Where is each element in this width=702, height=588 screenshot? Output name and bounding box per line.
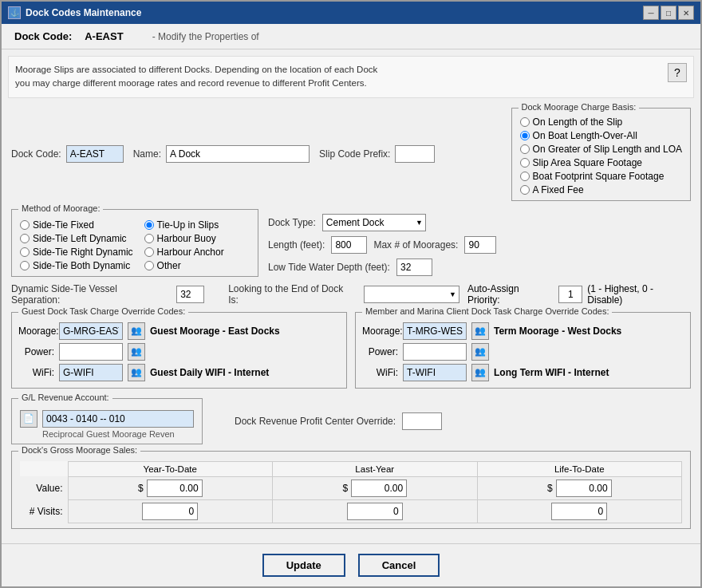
info-icon[interactable]: ?: [668, 63, 687, 82]
moorage-col2: Tie-Up in Slips Harbour Buoy Harbour Anc…: [144, 219, 224, 271]
dock-code-input[interactable]: [66, 145, 124, 163]
title-bar: ⚓ Dock Codes Maintenance ─ □ ✕: [2, 2, 700, 24]
dock-type-select[interactable]: Cement Dock Wood Dock Floating Dock: [322, 214, 426, 231]
dynamic-row: Dynamic Side-Tie Vessel Separation: Look…: [11, 283, 691, 306]
guest-moorage-lookup[interactable]: 👥: [128, 322, 145, 340]
radio-side-left[interactable]: [20, 234, 30, 243]
moorage-col1: Side-Tie Fixed Side-Tie Left Dynamic Sid…: [20, 219, 133, 271]
sales-empty-header: [20, 461, 68, 476]
dynamic-sep-input[interactable]: [176, 286, 204, 303]
update-button[interactable]: Update: [262, 554, 345, 577]
charge-radio-fixed[interactable]: [520, 185, 530, 195]
dollar-sign-ytd: $: [138, 483, 144, 494]
member-wifi-lookup[interactable]: 👥: [471, 364, 489, 381]
charge-option-greater[interactable]: On Greater of Slip Length and LOA: [520, 144, 682, 155]
charge-option-fixed[interactable]: A Fixed Fee: [520, 184, 682, 195]
radio-harbour-anchor[interactable]: [144, 247, 154, 257]
gl-lookup[interactable]: 📄: [20, 410, 37, 428]
member-moorage-code[interactable]: [403, 322, 467, 340]
looking-wrapper: North South East West: [364, 286, 459, 303]
moorage-side-both[interactable]: Side-Tie Both Dynamic: [20, 260, 133, 271]
sales-value-ytd: $: [68, 476, 273, 499]
moorage-side-fixed[interactable]: Side-Tie Fixed: [20, 219, 133, 231]
dynamic-sep-label: Dynamic Side-Tie Vessel Separation:: [11, 283, 168, 306]
auto-assign-input[interactable]: [558, 286, 582, 303]
radio-tie-up[interactable]: [144, 220, 154, 230]
main-window: ⚓ Dock Codes Maintenance ─ □ ✕ Dock Code…: [0, 0, 702, 588]
profit-center-input[interactable]: [402, 412, 442, 430]
title-controls: ─ □ ✕: [643, 6, 694, 20]
charge-radio-greater[interactable]: [520, 144, 530, 154]
name-label: Name:: [133, 148, 161, 160]
gl-input[interactable]: [42, 410, 194, 428]
name-input[interactable]: [166, 145, 310, 163]
dollar-sign-ltd: $: [547, 483, 553, 494]
member-wifi-code[interactable]: [403, 364, 467, 381]
charge-radio-boat-loa[interactable]: [520, 131, 530, 140]
charge-option-boat-loa[interactable]: On Boat Length-Over-All: [520, 130, 682, 141]
sales-ytd-input[interactable]: [147, 479, 203, 497]
charge-option-length[interactable]: On Length of the Slip: [520, 116, 682, 128]
visits-ytd-input[interactable]: [142, 503, 198, 520]
member-power-lookup[interactable]: 👥: [471, 343, 489, 361]
moorage-tie-up[interactable]: Tie-Up in Slips: [144, 219, 224, 231]
slip-prefix-input[interactable]: [395, 145, 435, 163]
radio-other[interactable]: [144, 261, 154, 270]
visits-ly-input[interactable]: [347, 503, 403, 520]
radio-harbour-buoy[interactable]: [144, 234, 154, 243]
cancel-button[interactable]: Cancel: [358, 554, 440, 577]
dock-code-label: Dock Code:: [11, 148, 61, 160]
sales-value-ly: $: [273, 476, 478, 499]
low-tide-label: Low Tide Water Depth (feet):: [268, 262, 390, 273]
charge-option-slip-area[interactable]: Slip Area Square Footage: [520, 157, 682, 168]
member-moorage-lookup[interactable]: 👥: [471, 322, 489, 340]
charge-basis-label: Dock Moorage Charge Basis:: [519, 102, 640, 112]
moorage-side-left[interactable]: Side-Tie Left Dynamic: [20, 233, 133, 244]
profit-center-field: Dock Revenue Profit Center Override:: [235, 412, 442, 430]
radio-side-right[interactable]: [20, 247, 30, 257]
guest-wifi-code[interactable]: [59, 364, 123, 381]
length-label: Length (feet):: [268, 239, 325, 251]
moorage-method-box: Method of Moorage: Side-Tie Fixed Side-T…: [11, 209, 258, 277]
guest-power-label: Power:: [18, 346, 54, 357]
radio-side-fixed[interactable]: [20, 220, 30, 230]
guest-power-row: Power: 👥: [18, 343, 340, 361]
charge-option-boat-footprint[interactable]: Boat Footprint Square Footage: [520, 171, 682, 182]
guest-moorage-code[interactable]: [59, 322, 123, 340]
sales-ltd-input[interactable]: [556, 479, 612, 497]
length-input[interactable]: [331, 236, 367, 254]
gl-input-row: 📄: [20, 410, 194, 428]
sales-col-ytd: Year-To-Date: [68, 461, 273, 476]
moorage-harbour-buoy[interactable]: Harbour Buoy: [144, 233, 224, 244]
max-moorages-input[interactable]: [464, 236, 496, 254]
maximize-button[interactable]: □: [661, 6, 676, 20]
guest-power-code[interactable]: [59, 343, 123, 361]
sales-value-row: Value: $ $: [20, 476, 682, 499]
member-power-row: Power: 👥: [362, 343, 684, 361]
override-sections: Guest Dock Task Charge Override Codes: M…: [11, 312, 691, 395]
moorage-harbour-anchor[interactable]: Harbour Anchor: [144, 247, 224, 258]
moorage-other[interactable]: Other: [144, 260, 224, 271]
charge-radio-boat-footprint[interactable]: [520, 172, 530, 181]
charge-radio-length[interactable]: [520, 117, 530, 127]
gl-sub-text: Reciprocal Guest Moorage Reven: [42, 429, 194, 439]
visits-ltd-input[interactable]: [551, 503, 607, 520]
radio-side-both[interactable]: [20, 261, 30, 270]
sales-value-ltd: $: [477, 476, 682, 499]
low-tide-row: Low Tide Water Depth (feet):: [268, 258, 496, 276]
member-power-code[interactable]: [403, 343, 467, 361]
low-tide-input[interactable]: [396, 258, 432, 276]
guest-override-label: Guest Dock Task Charge Override Codes:: [18, 306, 188, 316]
sales-ly-input[interactable]: [351, 479, 407, 497]
sales-table: Year-To-Date Last-Year Life-To-Date Valu…: [20, 461, 682, 523]
looking-select[interactable]: North South East West: [364, 286, 459, 303]
main-content: Dock Code: Name: Slip Code Prefix: Dock …: [2, 105, 700, 544]
dock-type-row: Dock Type: Cement Dock Wood Dock Floatin…: [268, 214, 496, 231]
close-button[interactable]: ✕: [678, 6, 694, 20]
charge-radio-slip-area[interactable]: [520, 158, 530, 168]
moorage-side-right[interactable]: Side-Tie Right Dynamic: [20, 247, 133, 258]
info-text: Moorage Slips are associated to differen…: [15, 63, 377, 91]
minimize-button[interactable]: ─: [643, 6, 659, 20]
guest-wifi-lookup[interactable]: 👥: [128, 364, 145, 381]
guest-power-lookup[interactable]: 👥: [128, 343, 145, 361]
